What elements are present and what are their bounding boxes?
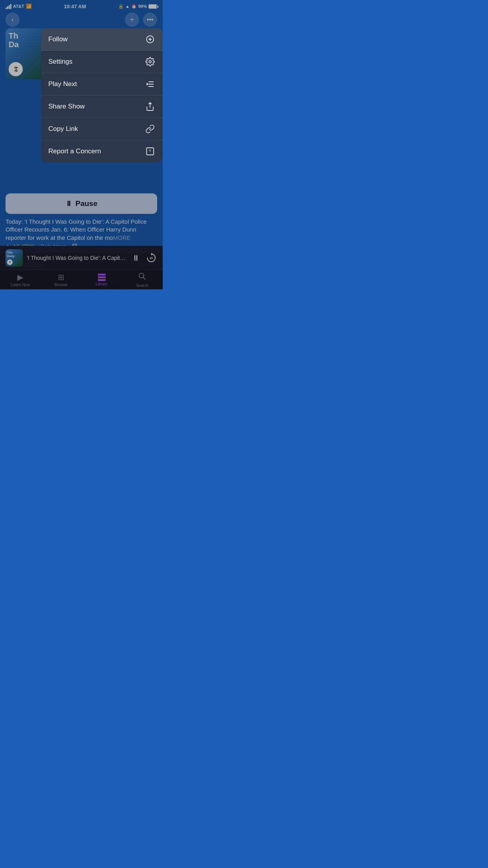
context-menu: Follow Settings Play Next <box>41 28 163 162</box>
play-next-label: Play Next <box>48 80 145 88</box>
report-label: Report a Concern <box>48 147 145 155</box>
svg-point-3 <box>149 61 151 63</box>
gear-icon <box>145 56 156 67</box>
flag-icon <box>145 146 156 157</box>
menu-item-report[interactable]: Report a Concern <box>41 140 163 162</box>
copy-link-label: Copy Link <box>48 125 145 133</box>
share-show-label: Share Show <box>48 103 145 110</box>
menu-item-follow[interactable]: Follow <box>41 28 163 51</box>
share-icon <box>145 101 156 112</box>
link-icon <box>145 123 156 134</box>
menu-item-copy-link[interactable]: Copy Link <box>41 118 163 140</box>
list-play-icon <box>145 79 156 90</box>
menu-item-settings[interactable]: Settings <box>41 51 163 73</box>
svg-marker-7 <box>147 83 149 86</box>
follow-label: Follow <box>48 35 145 43</box>
settings-label: Settings <box>48 58 145 66</box>
circle-plus-icon <box>145 34 156 45</box>
menu-item-share-show[interactable]: Share Show <box>41 96 163 118</box>
menu-item-play-next[interactable]: Play Next <box>41 73 163 96</box>
